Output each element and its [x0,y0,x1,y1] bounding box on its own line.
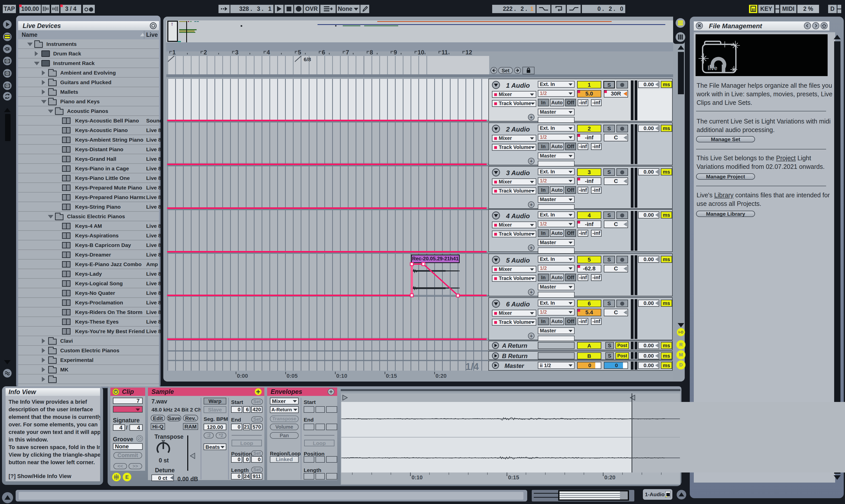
svg-text:live: live [708,65,717,71]
svg-text:1: 1 [6,59,8,62]
svg-text:3: 3 [6,84,8,87]
svg-text:2: 2 [6,72,8,75]
